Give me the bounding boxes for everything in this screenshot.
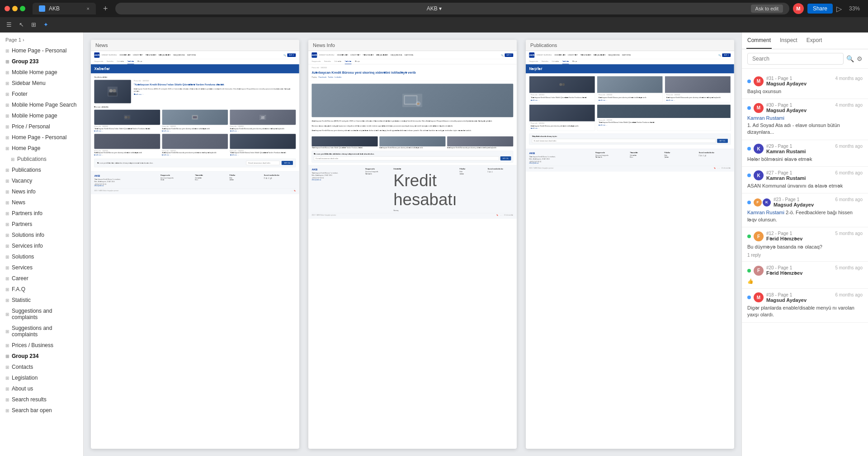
play-btn[interactable]: ▷ [836, 5, 842, 13]
sidebar-item-group233[interactable]: ⊞ Group 233 [0, 56, 83, 67]
sidebar-item-partners-info[interactable]: ⊞ Partners info [0, 208, 83, 219]
maximize-window-btn[interactable] [20, 6, 25, 11]
sidebar-item-statistic[interactable]: ⊞ Statistic [0, 295, 83, 306]
comment-page-number: #30 - Page 1 [766, 103, 792, 108]
sidebar-label: Mobile Home Page Search [12, 102, 76, 108]
frame-news-info-label: News Info [308, 40, 517, 51]
sidebar-item-career[interactable]: ⊞ Career [0, 273, 83, 284]
comment-mention[interactable]: Kamran Rustami [747, 115, 784, 121]
svg-point-18 [559, 83, 562, 86]
search-icon[interactable]: 🔍 [846, 55, 854, 62]
sidebar-label: Suggestions and complaints [12, 325, 78, 338]
sidebar-item-legislation[interactable]: ⊞ Legislation [0, 372, 83, 383]
sidebar-item-suggestions[interactable]: ⊞ Suggestions and complaints [0, 306, 83, 323]
comment-page-number: #31 - Page 1 [766, 76, 792, 81]
filter-icon[interactable]: ⚙ [857, 55, 863, 62]
comment-30: M #30 - Page 1 4 months ago Magsud Ayday… [742, 99, 868, 140]
sidebar-label: Search results [12, 396, 47, 403]
comment-time: 6 months ago [835, 292, 863, 297]
grid-icon: ⊞ [5, 276, 9, 281]
reply-count[interactable]: 1 reply [747, 253, 863, 258]
frame-news-info: News Info AKB KREDIT BÜROSU XİDMƏTLƏRCİN… [308, 40, 517, 449]
main-layout: Page 1 › ⊞ Home Page - Personal ⊞ Group … [0, 33, 868, 456]
component-tool[interactable]: ✦ [41, 20, 51, 29]
comment-author: Magsud Aydayev [766, 297, 863, 303]
zoom-level[interactable]: 33% [845, 5, 863, 13]
sidebar-item-publications-indent[interactable]: ⊞ Publications [0, 154, 83, 165]
address-bar: AKB ▾ Ask to edit [115, 3, 789, 14]
sidebar-item-search-results[interactable]: ⊞ Search results [0, 394, 83, 405]
sidebar-item-home[interactable]: ⊞ Home Page [0, 143, 83, 154]
tab-close-btn[interactable]: × [87, 6, 90, 11]
comment-dot [747, 80, 751, 83]
comment-dot [747, 147, 751, 150]
sidebar-item-about[interactable]: ⊞ About us [0, 383, 83, 394]
comment-author: Kamran Rustami [766, 149, 863, 154]
sidebar-label: Legislation [12, 375, 38, 381]
sidebar-label: Publications [12, 167, 41, 173]
frame-tool[interactable]: ⊞ [28, 20, 39, 29]
sidebar-item-mobile-home[interactable]: ⊞ Mobile Home page [0, 67, 83, 78]
comment-header: K #29 - Page 1 6 months ago Kamran Rusta… [747, 144, 863, 154]
right-panel: Comment Inspect Export 🔍 ⚙ M [741, 33, 868, 456]
tab-export[interactable]: Export [806, 33, 823, 49]
sidebar-item-vacancy[interactable]: ⊞ Vacancy [0, 175, 83, 186]
sidebar-item-price[interactable]: ⊞ Price / Personal [0, 121, 83, 132]
sidebar-label: Footer [12, 91, 28, 97]
comment-mention[interactable]: Kamran Rustami [747, 210, 784, 215]
sidebar-item-services[interactable]: ⊞ Services [0, 262, 83, 273]
sidebar-item-mobile-search[interactable]: ⊞ Mobile Home Page Search [0, 99, 83, 110]
grid-icon: ⊞ [5, 329, 9, 334]
grid-icon: ⊞ [5, 70, 9, 75]
sidebar-item-home-personal2[interactable]: ⊞ Home Page - Personal [0, 132, 83, 143]
sidebar-item-search-bar[interactable]: ⊞ Search bar open [0, 405, 83, 416]
comment-page-number: #18 - Page 1 [766, 292, 792, 297]
sidebar-item-prices[interactable]: ⊞ Prices / Business [0, 340, 83, 351]
sidebar-item-group234[interactable]: ⊞ Group 234 [0, 351, 83, 362]
sidebar-label: Mobile Home page [12, 113, 57, 119]
sidebar-item-solutions[interactable]: ⊞ Solutions [0, 251, 83, 262]
sidebar-item-suggestions2[interactable]: ⊞ Suggestions and complaints [0, 323, 83, 340]
sidebar-item-partners[interactable]: ⊞ Partners [0, 219, 83, 230]
comment-header: F K #23 - Page 1 6 months ago Magsud Ayd… [747, 197, 863, 207]
add-tab-btn[interactable]: + [99, 4, 112, 14]
sidebar-item-publications[interactable]: ⊞ Publications [0, 165, 83, 175]
grid-icon: ⊞ [5, 386, 9, 391]
comment-header: M #18 - Page 1 6 months ago Magsud Ayday… [747, 292, 863, 303]
comment-header: F #12 - Page 1 5 months ago Fərid Həmzəe… [747, 231, 863, 242]
grid-icon: ⊞ [5, 103, 9, 108]
sidebar-label: F.A.Q [12, 286, 25, 292]
sidebar-label: Statistic [12, 297, 31, 303]
tab-inspect[interactable]: Inspect [779, 33, 798, 49]
minimize-window-btn[interactable] [12, 6, 18, 11]
browser-tab[interactable]: AKB × [33, 3, 96, 14]
comment-author: Fərid Həmzəev [766, 270, 863, 276]
sidebar-item-news[interactable]: ⊞ News [0, 197, 83, 208]
grid-icon: ⊞ [5, 135, 9, 140]
sidebar-label: Solutions [12, 254, 34, 260]
frame-publications-label: Publications [526, 40, 734, 51]
svg-rect-3 [108, 92, 117, 95]
sidebar-item-services-info[interactable]: ⊞ Services info [0, 240, 83, 251]
tab-comment[interactable]: Comment [746, 33, 772, 49]
sidebar-item-sidebar-menu[interactable]: ⊞ Sidebar Menu [0, 78, 83, 89]
comment-search-input[interactable] [747, 53, 844, 65]
sidebar-item-solutions-info[interactable]: ⊞ Solutions info [0, 230, 83, 240]
comment-text: Bu düyməyə basanda nə olacaq? [747, 244, 863, 250]
menu-btn[interactable]: ☰ [4, 20, 14, 29]
sidebar-item-news-info[interactable]: ⊞ News info [0, 186, 83, 197]
sidebar-item-contacts[interactable]: ⊞ Contacts [0, 362, 83, 372]
browser-actions: M Share ▷ 33% [793, 3, 863, 14]
grid-icon: ⊞ [5, 244, 9, 249]
cursor-tool[interactable]: ↖ [16, 20, 27, 29]
close-window-btn[interactable] [5, 6, 10, 11]
sidebar-item-faq[interactable]: ⊞ F.A.Q [0, 284, 83, 295]
tab-favicon [39, 5, 45, 12]
sidebar-item-footer[interactable]: ⊞ Footer [0, 89, 83, 99]
ask-to-edit-btn[interactable]: Ask to edit [751, 5, 783, 13]
share-btn[interactable]: Share [807, 4, 833, 14]
sidebar-label: Price / Personal [12, 123, 50, 130]
comment-header: K #27 - Page 1 6 months ago Kamran Rusta… [747, 170, 863, 181]
sidebar-item-home-page-personal[interactable]: ⊞ Home Page - Personal [0, 45, 83, 56]
sidebar-item-mobile-home2[interactable]: ⊞ Mobile Home page [0, 110, 83, 121]
